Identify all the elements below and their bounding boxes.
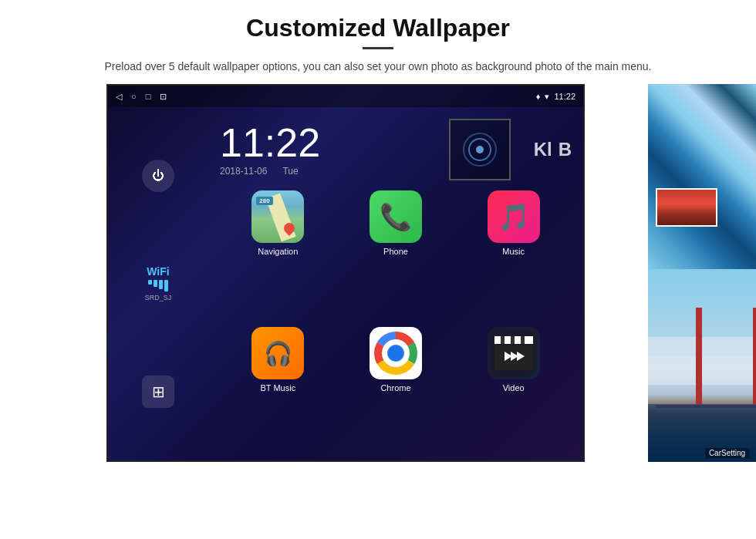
app-item-chrome[interactable]: Chrome (342, 327, 451, 454)
bridge-photo-container: CarSetting (648, 269, 756, 462)
signal-widget (449, 119, 511, 180)
svg-point-3 (388, 345, 403, 361)
location-icon: ♦ (536, 92, 541, 101)
ice-gradient (648, 84, 756, 273)
signal-inner (461, 131, 498, 168)
status-bar: ◁ ○ □ ⊡ ♦ ▾ 11:22 (108, 86, 583, 107)
app-label-chrome: Chrome (380, 383, 410, 392)
screenshot-icon: ⊡ (160, 92, 167, 102)
clock-date: 2018-11-06 Tue (220, 166, 434, 177)
ice-photo-container (648, 84, 756, 273)
music-symbol: 🎵 (498, 201, 530, 232)
ring-mid (468, 138, 491, 161)
building-photo (657, 190, 716, 225)
nav-badge: 280 (256, 197, 272, 205)
status-right: ♦ ▾ 11:22 (536, 92, 575, 102)
b-letter: B (559, 139, 572, 160)
svg-rect-9 (525, 336, 533, 344)
tower-left (696, 308, 702, 404)
app-grid: 280 Navigation 📞 Phone 🎵 (208, 184, 583, 460)
navigation-icon: 280 (251, 190, 304, 243)
page-description: Preload over 5 default wallpaper options… (46, 59, 710, 75)
app-label-navigation: Navigation (258, 247, 298, 256)
chrome-icon (370, 327, 422, 379)
app-item-bt-music[interactable]: 🎧 BT Music (224, 327, 332, 454)
small-preview-photo (656, 188, 717, 227)
wifi-bar-4 (164, 280, 168, 291)
video-svg (491, 330, 537, 376)
phone-symbol: 📞 (380, 201, 412, 232)
phone-icon: 📞 (370, 190, 422, 243)
main-content: 11:22 2018-11-06 Tue Kl (208, 107, 583, 460)
page-header: Customized Wallpaper Preload over 5 defa… (0, 0, 756, 84)
wifi-ssid: SRD_SJ (145, 294, 172, 302)
ice-photo (648, 84, 756, 273)
clock-display: 11:22 2018-11-06 Tue (220, 123, 434, 177)
app-label-bt-music: BT Music (261, 383, 296, 392)
app-item-navigation[interactable]: 280 Navigation (224, 190, 332, 318)
chrome-svg (373, 331, 418, 376)
apps-grid-button[interactable]: ⊞ (142, 376, 174, 408)
wifi-bar-1 (148, 280, 152, 285)
overlay-photos: CarSetting (660, 84, 756, 462)
wifi-widget[interactable]: WiFi SRD_SJ (145, 265, 172, 302)
bt-music-icon: 🎧 (251, 327, 304, 379)
tower-right (753, 308, 757, 404)
wifi-bar-3 (159, 280, 163, 289)
wifi-bar-2 (154, 280, 157, 287)
wifi-bars (145, 280, 172, 291)
fog (648, 337, 756, 386)
grid-icon: ⊞ (152, 382, 165, 401)
music-icon: 🎵 (488, 190, 540, 243)
app-item-music[interactable]: 🎵 Music (459, 190, 568, 318)
power-icon: ⏻ (152, 169, 164, 183)
day-value: Tue (282, 166, 298, 177)
clock-area: 11:22 2018-11-06 Tue Kl (208, 107, 583, 184)
status-left: ◁ ○ □ ⊡ (116, 92, 167, 102)
wifi-status-icon: ▾ (545, 92, 549, 102)
app-label-video: Video (503, 383, 525, 392)
clock-time: 11:22 (220, 123, 434, 163)
app-item-phone[interactable]: 📞 Phone (342, 190, 451, 318)
status-time: 11:22 (554, 92, 575, 101)
app-label-phone: Phone (383, 247, 408, 256)
title-divider (363, 47, 393, 49)
home-icon: ○ (131, 92, 137, 101)
android-screen: ◁ ○ □ ⊡ ♦ ▾ 11:22 ⏻ WiFi (106, 84, 585, 462)
date-value: 2018-11-06 (220, 166, 267, 177)
svg-rect-6 (494, 336, 501, 344)
svg-rect-7 (505, 336, 511, 344)
left-sidebar: ⏻ WiFi SRD_SJ ⊞ (108, 107, 208, 460)
bluetooth-symbol: 🎧 (264, 340, 292, 367)
phone-mockup: ◁ ○ □ ⊡ ♦ ▾ 11:22 ⏻ WiFi (77, 84, 679, 462)
carsetting-label: CarSetting (705, 448, 749, 458)
nav-map: 280 (251, 190, 304, 243)
app-item-video[interactable]: Video (459, 327, 568, 454)
recents-icon: □ (146, 92, 151, 101)
kl-letter: Kl (534, 139, 552, 160)
video-icon (488, 327, 540, 379)
app-label-music: Music (502, 247, 525, 256)
power-button[interactable]: ⏻ (142, 160, 174, 192)
kl-icons: Kl B (534, 139, 572, 160)
back-icon: ◁ (116, 92, 122, 102)
wifi-label: WiFi (145, 265, 172, 278)
bridge-photo: CarSetting (648, 269, 756, 462)
page-title: Customized Wallpaper (46, 14, 710, 42)
svg-rect-8 (515, 336, 521, 344)
